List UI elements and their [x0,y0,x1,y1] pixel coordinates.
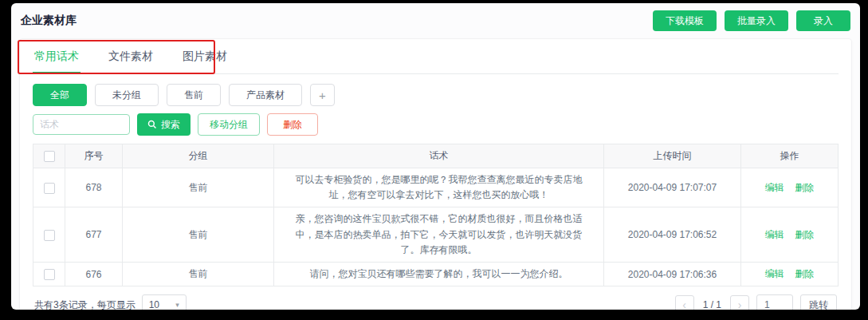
header-actions: 下载模板 批量录入 录入 [653,10,850,31]
col-header-group: 分组 [123,144,274,168]
col-header-script: 话术 [274,144,604,168]
tab-common-scripts[interactable]: 常用话术 [33,39,81,74]
edit-link[interactable]: 编辑 [765,268,784,279]
title-row: 企业素材库 下载模板 批量录入 录入 [11,3,860,38]
table-row: 676 售前 请问，您对宝贝还有哪些需要了解的，我可以一一为您介绍。 2020-… [33,262,839,286]
tab-file-materials[interactable]: 文件素材 [107,39,155,74]
page-size-select[interactable]: 10 ▾ [142,294,187,310]
app-panel: 企业素材库 下载模板 批量录入 录入 常用话术 文件素材 图片素材 全部 未分组… [11,3,860,310]
batch-entry-button[interactable]: 批量录入 [725,10,788,31]
group-chip-product-material[interactable]: 产品素材 [229,84,302,106]
col-header-upload-time: 上传时间 [604,144,741,168]
content-card: 常用话术 文件素材 图片素材 全部 未分组 售前 产品素材 + 搜索 移动分组 … [19,38,852,310]
prev-page-button[interactable]: ‹ [675,295,694,310]
cell-script: 请问，您对宝贝还有哪些需要了解的，我可以一一为您介绍。 [274,262,604,286]
table-row: 677 售前 亲，您咨询的这件宝贝款式很不错，它的材质也很好，而且价格也适中，是… [33,207,839,263]
cell-script: 亲，您咨询的这件宝贝款式很不错，它的材质也很好，而且价格也适中，是本店的热卖单品… [274,207,604,263]
chevron-right-icon: › [738,299,742,310]
cell-no: 676 [65,262,123,286]
next-page-button[interactable]: › [730,295,749,310]
row-checkbox[interactable] [44,230,55,241]
edit-link[interactable]: 编辑 [765,182,784,193]
chevron-left-icon: ‹ [682,299,686,310]
cell-upload-time: 2020-04-09 17:07:07 [604,168,741,207]
group-chip-ungrouped[interactable]: 未分组 [95,84,159,106]
delete-link[interactable]: 删除 [795,182,814,193]
delete-button[interactable]: 删除 [267,113,318,136]
page-size-value: 10 [149,299,159,310]
search-icon [147,120,157,129]
cell-no: 677 [65,207,123,263]
col-header-operation: 操作 [741,144,839,168]
select-all-checkbox[interactable] [44,151,55,162]
records-summary: 共有3条记录，每页显示 [34,298,136,310]
page-indicator: 1 / 1 [703,299,721,310]
page-title: 企业素材库 [21,14,77,28]
search-button[interactable]: 搜索 [137,113,190,136]
scripts-table: 序号 分组 话术 上传时间 操作 678 售前 可以去专柜验货的，您是哪里的呢？… [33,144,839,286]
edit-link[interactable]: 编辑 [765,229,784,240]
search-button-label: 搜索 [161,118,180,132]
cell-group: 售前 [123,207,274,263]
download-template-button[interactable]: 下载模板 [653,10,717,31]
cell-script: 可以去专柜验货的，您是哪里的呢？我帮您查查离您最近的专卖店地址，您有空可以拿去对… [274,168,604,207]
script-search-input[interactable] [33,114,130,135]
table-header-row: 序号 分组 话术 上传时间 操作 [33,144,839,168]
move-group-button[interactable]: 移动分组 [198,113,260,136]
delete-link[interactable]: 删除 [795,229,814,240]
cell-group: 售前 [123,262,274,286]
tab-bar: 常用话术 文件素材 图片素材 [33,39,839,74]
table-row: 678 售前 可以去专柜验货的，您是哪里的呢？我帮您查查离您最近的专卖店地址，您… [33,168,839,207]
search-row: 搜索 移动分组 删除 [33,113,839,136]
add-group-button[interactable]: + [310,84,335,106]
group-filter-row: 全部 未分组 售前 产品素材 + [33,84,839,106]
delete-link[interactable]: 删除 [795,268,814,279]
jump-button[interactable]: 跳转 [800,294,837,310]
entry-button[interactable]: 录入 [796,10,850,31]
footer-left: 共有3条记录，每页显示 10 ▾ [34,294,187,310]
caret-down-icon: ▾ [175,301,179,309]
cell-no: 678 [65,168,123,207]
tab-image-materials[interactable]: 图片素材 [181,39,229,74]
row-checkbox[interactable] [44,183,55,194]
row-checkbox[interactable] [44,269,55,280]
group-chip-all[interactable]: 全部 [33,84,87,106]
cell-upload-time: 2020-04-09 17:06:52 [604,207,741,263]
cell-group: 售前 [123,168,274,207]
cell-upload-time: 2020-04-09 17:06:36 [604,262,741,286]
footer-row: 共有3条记录，每页显示 10 ▾ ‹ 1 / 1 › 跳转 [33,294,839,310]
jump-page-input[interactable] [756,294,793,310]
group-chip-presale[interactable]: 售前 [167,84,221,106]
pagination: ‹ 1 / 1 › 跳转 [675,294,837,310]
col-header-no: 序号 [65,144,123,168]
